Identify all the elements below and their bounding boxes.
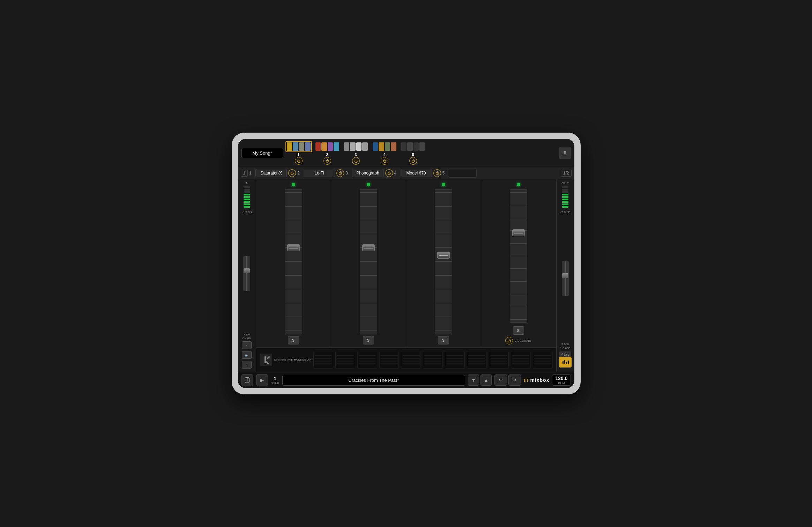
bpm-label: BPM <box>558 381 565 385</box>
fader-area-1 <box>258 189 329 334</box>
next-arrow[interactable]: ▲ <box>481 374 492 386</box>
power-btn-1[interactable] <box>288 169 296 177</box>
side-minus-btn[interactable]: - <box>242 341 252 349</box>
svg-rect-4 <box>563 361 564 364</box>
fader-thumb-3[interactable] <box>437 252 450 259</box>
preset-slot-5[interactable]: 5 <box>400 141 426 165</box>
solo-btn-4[interactable]: S <box>513 326 524 335</box>
rack-pct: 41% <box>559 351 571 357</box>
fader-track-3[interactable] <box>435 189 452 334</box>
fader-thumb-2[interactable] <box>362 244 375 251</box>
preset-power-1[interactable] <box>295 157 303 165</box>
preset-number-2: 2 <box>326 152 328 157</box>
preset-number-5: 5 <box>412 152 414 157</box>
fader-thumb-4[interactable] <box>512 229 525 236</box>
vent-slot-1 <box>313 351 333 369</box>
device-frame: My Song* 1 <box>232 133 581 394</box>
chain-bar: 1 1 Saturator-X 2 Lo-Fi 3 Phonograph 4 M… <box>238 167 574 179</box>
rack-num: 1 <box>274 376 276 381</box>
fader-area-3 <box>408 189 479 334</box>
menu-button[interactable]: ≡ <box>559 147 571 159</box>
mixer-area: S <box>256 179 556 372</box>
fader-area-2 <box>333 189 404 334</box>
sidechain-power-btn[interactable] <box>505 337 513 344</box>
solo-btn-1[interactable]: S <box>288 336 299 344</box>
ik-logo-small <box>260 354 272 366</box>
nav-arrows: ▼ ▲ <box>468 374 492 386</box>
rack-indicator: 1 RACK <box>271 376 280 385</box>
plugin-name-4[interactable]: Model 670 <box>401 169 432 177</box>
fader-track-1[interactable] <box>285 189 302 334</box>
side-chain-label: SIDECHAIN <box>243 333 251 340</box>
song-name[interactable]: My Song* <box>241 148 283 158</box>
plugin-name-3[interactable]: Phonograph <box>352 169 383 177</box>
channel-dot-1 <box>292 183 295 186</box>
chain-item-1: 1 Saturator-X <box>249 169 296 177</box>
bottom-vent: Designed by IK MULTIMEDIA <box>256 347 556 372</box>
power-btn-4[interactable] <box>433 169 441 177</box>
side-split-btn[interactable]: ⊣ <box>242 361 252 369</box>
power-btn-3[interactable] <box>385 169 393 177</box>
chain-item-3: 3 Phonograph <box>345 169 393 177</box>
channel-4: S SIDECHAIN <box>481 179 556 347</box>
preset-slot-4[interactable]: 4 <box>371 141 398 165</box>
channel-dot-2 <box>367 183 370 186</box>
vent-slot-9 <box>489 351 509 369</box>
preset-number-1: 1 <box>297 152 299 157</box>
info-button[interactable]: i <box>241 374 253 386</box>
preset-slot-1[interactable]: 1 <box>285 141 312 165</box>
rack-label: RACK <box>271 381 280 385</box>
svg-rect-1 <box>265 356 266 363</box>
chain-item-4: 4 Model 670 <box>394 169 441 177</box>
preset-name-bar[interactable]: Crackles From The Past* <box>282 375 465 386</box>
in-fader[interactable] <box>243 256 250 291</box>
preset-power-3[interactable] <box>352 157 360 165</box>
fader-thumb-1[interactable] <box>287 244 300 251</box>
vent-slot-3 <box>357 351 377 369</box>
fader-area-4 <box>483 189 554 323</box>
channel-dot-3 <box>442 183 445 186</box>
preset-power-4[interactable] <box>381 157 388 165</box>
preset-slot-3[interactable]: 3 <box>343 141 369 165</box>
in-vu-meter <box>244 186 250 208</box>
rack-usage-label: RACKUSAGE <box>560 343 570 350</box>
power-btn-2[interactable] <box>336 169 344 177</box>
play-button[interactable]: ▶ <box>256 374 268 386</box>
chain-item-2: 2 Lo-Fi <box>297 169 344 177</box>
channel-3: S <box>406 179 481 347</box>
vent-slot-7 <box>445 351 465 369</box>
fader-track-4[interactable] <box>510 189 527 323</box>
mixer-channels: S <box>256 179 556 347</box>
side-speaker-btn[interactable]: 🔈 <box>242 351 252 359</box>
out-fader[interactable] <box>562 261 569 296</box>
sidechain-row: S SIDECHAIN <box>505 324 531 344</box>
plugin-name-1[interactable]: Saturator-X <box>255 169 287 177</box>
out-vu-meter <box>562 186 568 208</box>
vent-slot-2 <box>335 351 355 369</box>
plugin-name-2[interactable]: Lo-Fi <box>304 169 335 177</box>
bpm-display[interactable]: 120.0 BPM <box>552 374 571 386</box>
bpm-value: 120.0 <box>555 376 567 381</box>
fader-track-2[interactable] <box>360 189 377 334</box>
chain-number: 1 <box>241 170 248 177</box>
empty-slot-5[interactable] <box>449 169 477 178</box>
redo-button[interactable]: ↪ <box>508 374 521 386</box>
eq-button[interactable] <box>559 357 572 368</box>
preset-power-5[interactable] <box>409 157 417 165</box>
top-bar: My Song* 1 <box>238 139 574 167</box>
preset-slot-2[interactable]: 2 <box>314 141 341 165</box>
svg-rect-5 <box>564 360 565 364</box>
vent-slot-5 <box>401 351 421 369</box>
chain-item-5: 5 <box>442 169 477 178</box>
prev-arrow[interactable]: ▼ <box>468 374 479 386</box>
preset-number-4: 4 <box>383 152 385 157</box>
channel-1: S <box>256 179 331 347</box>
half-badge: 1/2 <box>561 170 572 177</box>
solo-btn-3[interactable]: S <box>438 336 449 344</box>
undo-button[interactable]: ↩ <box>494 374 507 386</box>
sidechain-label: SIDECHAIN <box>514 339 531 342</box>
right-strip: OUT -2.9 dB <box>556 179 574 372</box>
preset-power-2[interactable] <box>323 157 331 165</box>
solo-btn-2[interactable]: S <box>363 336 374 344</box>
undo-redo: ↩ ↪ <box>494 374 521 386</box>
